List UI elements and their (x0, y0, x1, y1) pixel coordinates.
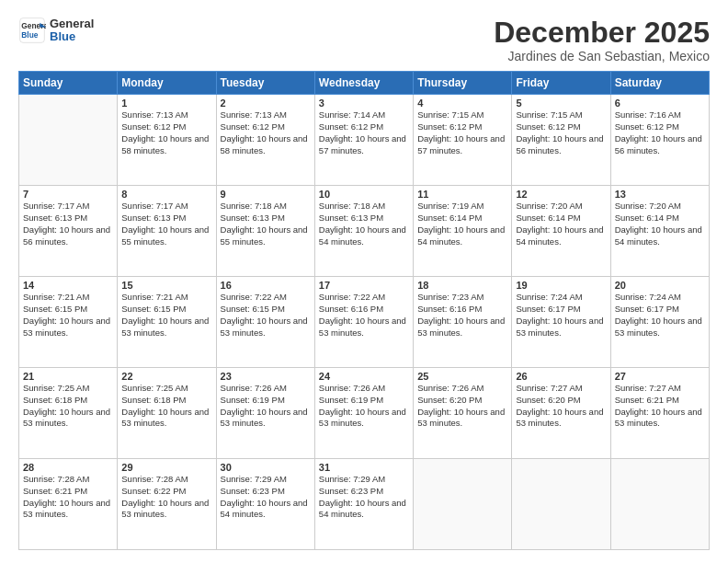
day-cell: 11Sunrise: 7:19 AM Sunset: 6:14 PM Dayli… (414, 186, 512, 277)
day-cell: 15Sunrise: 7:21 AM Sunset: 6:15 PM Dayli… (118, 277, 216, 368)
day-number: 22 (121, 371, 211, 382)
day-cell: 31Sunrise: 7:29 AM Sunset: 6:23 PM Dayli… (314, 459, 413, 550)
day-cell: 29Sunrise: 7:28 AM Sunset: 6:22 PM Dayli… (118, 459, 216, 550)
day-cell (414, 459, 512, 550)
day-info: Sunrise: 7:26 AM Sunset: 6:20 PM Dayligh… (417, 383, 507, 430)
week-row-2: 7Sunrise: 7:17 AM Sunset: 6:13 PM Daylig… (19, 186, 710, 277)
weekday-header-monday: Monday (118, 72, 216, 95)
day-info: Sunrise: 7:21 AM Sunset: 6:15 PM Dayligh… (121, 292, 211, 339)
day-info: Sunrise: 7:18 AM Sunset: 6:13 PM Dayligh… (221, 201, 311, 247)
day-number: 31 (319, 462, 409, 473)
day-cell: 8Sunrise: 7:17 AM Sunset: 6:13 PM Daylig… (118, 186, 216, 277)
day-cell: 6Sunrise: 7:16 AM Sunset: 6:12 PM Daylig… (610, 95, 709, 186)
weekday-header-wednesday: Wednesday (314, 72, 413, 95)
location: Jardines de San Sebastian, Mexico (494, 49, 710, 63)
day-info: Sunrise: 7:27 AM Sunset: 6:20 PM Dayligh… (516, 383, 606, 430)
day-cell: 12Sunrise: 7:20 AM Sunset: 6:14 PM Dayli… (512, 186, 610, 277)
day-number: 10 (319, 189, 409, 200)
day-cell: 28Sunrise: 7:28 AM Sunset: 6:21 PM Dayli… (19, 459, 118, 550)
day-cell: 2Sunrise: 7:13 AM Sunset: 6:12 PM Daylig… (216, 95, 314, 186)
day-info: Sunrise: 7:24 AM Sunset: 6:17 PM Dayligh… (516, 292, 606, 339)
month-title: December 2025 (494, 17, 710, 49)
weekday-header-tuesday: Tuesday (216, 72, 314, 95)
day-info: Sunrise: 7:25 AM Sunset: 6:18 PM Dayligh… (23, 383, 113, 430)
day-cell: 26Sunrise: 7:27 AM Sunset: 6:20 PM Dayli… (512, 368, 610, 459)
weekday-header-sunday: Sunday (19, 72, 118, 95)
day-cell: 27Sunrise: 7:27 AM Sunset: 6:21 PM Dayli… (610, 368, 709, 459)
weekday-header-friday: Friday (512, 72, 610, 95)
title-block: December 2025 Jardines de San Sebastian,… (494, 17, 710, 63)
day-cell: 17Sunrise: 7:22 AM Sunset: 6:16 PM Dayli… (314, 277, 413, 368)
day-cell: 9Sunrise: 7:18 AM Sunset: 6:13 PM Daylig… (216, 186, 314, 277)
day-cell: 22Sunrise: 7:25 AM Sunset: 6:18 PM Dayli… (118, 368, 216, 459)
day-info: Sunrise: 7:17 AM Sunset: 6:13 PM Dayligh… (121, 201, 211, 247)
day-info: Sunrise: 7:24 AM Sunset: 6:17 PM Dayligh… (615, 292, 705, 339)
day-number: 7 (23, 189, 113, 200)
page: General Blue General Blue December 2025 … (0, 0, 728, 563)
day-cell: 30Sunrise: 7:29 AM Sunset: 6:23 PM Dayli… (216, 459, 314, 550)
day-number: 18 (417, 280, 507, 291)
day-number: 30 (221, 462, 311, 473)
day-info: Sunrise: 7:19 AM Sunset: 6:14 PM Dayligh… (417, 201, 507, 247)
week-row-3: 14Sunrise: 7:21 AM Sunset: 6:15 PM Dayli… (19, 277, 710, 368)
week-row-5: 28Sunrise: 7:28 AM Sunset: 6:21 PM Dayli… (19, 459, 710, 550)
day-number: 2 (221, 98, 311, 109)
day-cell: 16Sunrise: 7:22 AM Sunset: 6:15 PM Dayli… (216, 277, 314, 368)
day-info: Sunrise: 7:27 AM Sunset: 6:21 PM Dayligh… (615, 383, 705, 430)
day-cell: 21Sunrise: 7:25 AM Sunset: 6:18 PM Dayli… (19, 368, 118, 459)
day-cell: 3Sunrise: 7:14 AM Sunset: 6:12 PM Daylig… (314, 95, 413, 186)
day-number: 28 (23, 462, 113, 473)
logo-blue: Blue (50, 30, 94, 43)
day-number: 15 (121, 280, 211, 291)
day-cell: 19Sunrise: 7:24 AM Sunset: 6:17 PM Dayli… (512, 277, 610, 368)
day-cell (19, 95, 118, 186)
day-number: 8 (121, 189, 211, 200)
day-cell: 20Sunrise: 7:24 AM Sunset: 6:17 PM Dayli… (610, 277, 709, 368)
day-number: 16 (221, 280, 311, 291)
day-info: Sunrise: 7:17 AM Sunset: 6:13 PM Dayligh… (23, 201, 113, 247)
weekday-header-thursday: Thursday (414, 72, 512, 95)
day-cell: 4Sunrise: 7:15 AM Sunset: 6:12 PM Daylig… (414, 95, 512, 186)
day-info: Sunrise: 7:13 AM Sunset: 6:12 PM Dayligh… (221, 109, 311, 156)
day-info: Sunrise: 7:20 AM Sunset: 6:14 PM Dayligh… (615, 201, 705, 247)
day-number: 11 (417, 189, 507, 200)
day-number: 3 (319, 98, 409, 109)
day-number: 25 (417, 371, 507, 382)
day-number: 9 (221, 189, 311, 200)
day-info: Sunrise: 7:15 AM Sunset: 6:12 PM Dayligh… (516, 109, 606, 156)
day-info: Sunrise: 7:28 AM Sunset: 6:21 PM Dayligh… (23, 474, 113, 521)
day-info: Sunrise: 7:13 AM Sunset: 6:12 PM Dayligh… (121, 109, 211, 156)
day-cell: 1Sunrise: 7:13 AM Sunset: 6:12 PM Daylig… (118, 95, 216, 186)
day-number: 24 (319, 371, 409, 382)
day-number: 17 (319, 280, 409, 291)
day-cell: 14Sunrise: 7:21 AM Sunset: 6:15 PM Dayli… (19, 277, 118, 368)
day-info: Sunrise: 7:26 AM Sunset: 6:19 PM Dayligh… (221, 383, 311, 430)
calendar-table: SundayMondayTuesdayWednesdayThursdayFrid… (18, 71, 710, 550)
week-row-4: 21Sunrise: 7:25 AM Sunset: 6:18 PM Dayli… (19, 368, 710, 459)
weekday-header-row: SundayMondayTuesdayWednesdayThursdayFrid… (19, 72, 710, 95)
day-info: Sunrise: 7:14 AM Sunset: 6:12 PM Dayligh… (319, 109, 409, 156)
day-number: 6 (615, 98, 705, 109)
day-info: Sunrise: 7:22 AM Sunset: 6:15 PM Dayligh… (221, 292, 311, 339)
day-cell: 24Sunrise: 7:26 AM Sunset: 6:19 PM Dayli… (314, 368, 413, 459)
day-info: Sunrise: 7:29 AM Sunset: 6:23 PM Dayligh… (319, 474, 409, 521)
day-cell: 13Sunrise: 7:20 AM Sunset: 6:14 PM Dayli… (610, 186, 709, 277)
day-number: 19 (516, 280, 606, 291)
day-number: 21 (23, 371, 113, 382)
day-cell (610, 459, 709, 550)
week-row-1: 1Sunrise: 7:13 AM Sunset: 6:12 PM Daylig… (19, 95, 710, 186)
day-cell: 23Sunrise: 7:26 AM Sunset: 6:19 PM Dayli… (216, 368, 314, 459)
day-info: Sunrise: 7:15 AM Sunset: 6:12 PM Dayligh… (417, 109, 507, 156)
logo: General Blue General Blue (18, 17, 94, 44)
day-info: Sunrise: 7:25 AM Sunset: 6:18 PM Dayligh… (121, 383, 211, 430)
day-info: Sunrise: 7:28 AM Sunset: 6:22 PM Dayligh… (121, 474, 211, 521)
weekday-header-saturday: Saturday (610, 72, 709, 95)
day-info: Sunrise: 7:23 AM Sunset: 6:16 PM Dayligh… (417, 292, 507, 339)
svg-text:Blue: Blue (21, 30, 38, 40)
day-number: 26 (516, 371, 606, 382)
day-info: Sunrise: 7:22 AM Sunset: 6:16 PM Dayligh… (319, 292, 409, 339)
logo-icon: General Blue (18, 17, 46, 44)
day-number: 27 (615, 371, 705, 382)
day-info: Sunrise: 7:21 AM Sunset: 6:15 PM Dayligh… (23, 292, 113, 339)
day-info: Sunrise: 7:26 AM Sunset: 6:19 PM Dayligh… (319, 383, 409, 430)
